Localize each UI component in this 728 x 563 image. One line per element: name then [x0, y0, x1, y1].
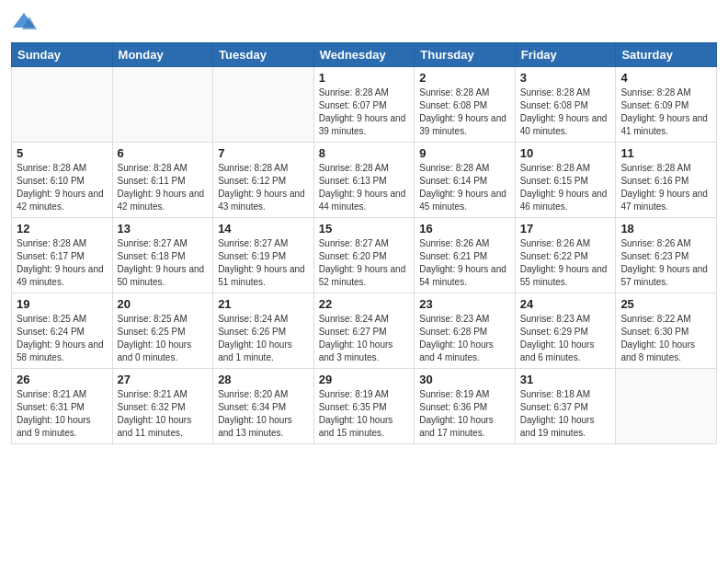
day-cell-25: 25Sunrise: 8:22 AM Sunset: 6:30 PM Dayli…: [616, 293, 717, 369]
day-info: Sunrise: 8:25 AM Sunset: 6:24 PM Dayligh…: [17, 313, 108, 364]
day-info: Sunrise: 8:21 AM Sunset: 6:32 PM Dayligh…: [118, 388, 209, 440]
day-cell-8: 8Sunrise: 8:28 AM Sunset: 6:13 PM Daylig…: [313, 143, 415, 218]
day-cell-19: 19Sunrise: 8:25 AM Sunset: 6:24 PM Dayli…: [12, 293, 113, 369]
day-info: Sunrise: 8:20 AM Sunset: 6:34 PM Dayligh…: [218, 388, 309, 440]
weekday-thursday: Thursday: [415, 43, 516, 67]
day-cell-6: 6Sunrise: 8:28 AM Sunset: 6:11 PM Daylig…: [112, 143, 213, 218]
day-number: 12: [17, 222, 108, 236]
day-number: 10: [520, 146, 611, 160]
day-info: Sunrise: 8:26 AM Sunset: 6:23 PM Dayligh…: [620, 237, 711, 289]
day-cell-2: 2Sunrise: 8:28 AM Sunset: 6:08 PM Daylig…: [415, 67, 516, 143]
day-cell-3: 3Sunrise: 8:28 AM Sunset: 6:08 PM Daylig…: [515, 67, 616, 143]
day-number: 4: [620, 71, 711, 85]
day-number: 5: [17, 146, 108, 160]
day-cell-15: 15Sunrise: 8:27 AM Sunset: 6:20 PM Dayli…: [313, 218, 415, 293]
empty-cell: [616, 369, 717, 444]
day-cell-1: 1Sunrise: 8:28 AM Sunset: 6:07 PM Daylig…: [313, 67, 415, 143]
day-cell-10: 10Sunrise: 8:28 AM Sunset: 6:15 PM Dayli…: [515, 143, 616, 218]
day-info: Sunrise: 8:24 AM Sunset: 6:27 PM Dayligh…: [319, 313, 410, 364]
day-number: 20: [118, 297, 209, 311]
day-number: 3: [520, 71, 611, 85]
day-cell-24: 24Sunrise: 8:23 AM Sunset: 6:29 PM Dayli…: [515, 293, 616, 369]
day-cell-7: 7Sunrise: 8:28 AM Sunset: 6:12 PM Daylig…: [213, 143, 314, 218]
day-cell-29: 29Sunrise: 8:19 AM Sunset: 6:35 PM Dayli…: [313, 369, 415, 444]
day-cell-23: 23Sunrise: 8:23 AM Sunset: 6:28 PM Dayli…: [415, 293, 516, 369]
day-number: 17: [520, 222, 611, 236]
day-cell-11: 11Sunrise: 8:28 AM Sunset: 6:16 PM Dayli…: [616, 143, 717, 218]
day-cell-26: 26Sunrise: 8:21 AM Sunset: 6:31 PM Dayli…: [12, 369, 113, 444]
day-number: 25: [620, 297, 711, 311]
logo-icon: [11, 9, 37, 35]
day-info: Sunrise: 8:19 AM Sunset: 6:35 PM Dayligh…: [319, 388, 410, 440]
empty-cell: [213, 67, 314, 143]
day-cell-5: 5Sunrise: 8:28 AM Sunset: 6:10 PM Daylig…: [12, 143, 113, 218]
day-info: Sunrise: 8:28 AM Sunset: 6:11 PM Dayligh…: [118, 162, 209, 213]
day-info: Sunrise: 8:28 AM Sunset: 6:15 PM Dayligh…: [520, 162, 611, 213]
day-cell-16: 16Sunrise: 8:26 AM Sunset: 6:21 PM Dayli…: [415, 218, 516, 293]
day-info: Sunrise: 8:28 AM Sunset: 6:08 PM Dayligh…: [419, 86, 510, 138]
week-row-1: 5Sunrise: 8:28 AM Sunset: 6:10 PM Daylig…: [12, 143, 717, 218]
day-number: 6: [118, 146, 209, 160]
day-info: Sunrise: 8:28 AM Sunset: 6:10 PM Dayligh…: [17, 162, 108, 213]
day-number: 31: [520, 373, 611, 386]
weekday-tuesday: Tuesday: [213, 43, 314, 67]
day-cell-21: 21Sunrise: 8:24 AM Sunset: 6:26 PM Dayli…: [213, 293, 314, 369]
day-number: 2: [419, 71, 510, 85]
week-row-4: 26Sunrise: 8:21 AM Sunset: 6:31 PM Dayli…: [12, 369, 717, 444]
day-cell-18: 18Sunrise: 8:26 AM Sunset: 6:23 PM Dayli…: [616, 218, 717, 293]
day-number: 7: [218, 146, 309, 160]
day-number: 1: [319, 71, 410, 85]
day-info: Sunrise: 8:26 AM Sunset: 6:22 PM Dayligh…: [520, 237, 611, 289]
day-cell-28: 28Sunrise: 8:20 AM Sunset: 6:34 PM Dayli…: [213, 369, 314, 444]
calendar: SundayMondayTuesdayWednesdayThursdayFrid…: [11, 42, 717, 444]
day-cell-30: 30Sunrise: 8:19 AM Sunset: 6:36 PM Dayli…: [415, 369, 516, 444]
day-number: 16: [419, 222, 510, 236]
day-number: 18: [620, 222, 711, 236]
header: [11, 9, 717, 35]
day-cell-9: 9Sunrise: 8:28 AM Sunset: 6:14 PM Daylig…: [415, 143, 516, 218]
day-number: 24: [520, 297, 611, 311]
day-cell-4: 4Sunrise: 8:28 AM Sunset: 6:09 PM Daylig…: [616, 67, 717, 143]
day-number: 8: [319, 146, 410, 160]
day-cell-22: 22Sunrise: 8:24 AM Sunset: 6:27 PM Dayli…: [313, 293, 415, 369]
weekday-saturday: Saturday: [616, 43, 717, 67]
day-cell-12: 12Sunrise: 8:28 AM Sunset: 6:17 PM Dayli…: [12, 218, 113, 293]
day-number: 19: [17, 297, 108, 311]
weekday-monday: Monday: [112, 43, 213, 67]
day-info: Sunrise: 8:28 AM Sunset: 6:07 PM Dayligh…: [319, 86, 410, 138]
day-info: Sunrise: 8:18 AM Sunset: 6:37 PM Dayligh…: [520, 388, 611, 440]
day-number: 30: [419, 373, 510, 386]
day-info: Sunrise: 8:19 AM Sunset: 6:36 PM Dayligh…: [419, 388, 510, 440]
page: SundayMondayTuesdayWednesdayThursdayFrid…: [0, 0, 728, 563]
day-number: 11: [620, 146, 711, 160]
day-info: Sunrise: 8:27 AM Sunset: 6:18 PM Dayligh…: [118, 237, 209, 289]
weekday-wednesday: Wednesday: [313, 43, 415, 67]
day-info: Sunrise: 8:26 AM Sunset: 6:21 PM Dayligh…: [419, 237, 510, 289]
day-number: 23: [419, 297, 510, 311]
empty-cell: [112, 67, 213, 143]
day-info: Sunrise: 8:23 AM Sunset: 6:28 PM Dayligh…: [419, 313, 510, 364]
day-info: Sunrise: 8:28 AM Sunset: 6:13 PM Dayligh…: [319, 162, 410, 213]
day-cell-17: 17Sunrise: 8:26 AM Sunset: 6:22 PM Dayli…: [515, 218, 616, 293]
day-info: Sunrise: 8:28 AM Sunset: 6:08 PM Dayligh…: [520, 86, 611, 138]
day-info: Sunrise: 8:28 AM Sunset: 6:12 PM Dayligh…: [218, 162, 309, 213]
day-number: 13: [118, 222, 209, 236]
day-info: Sunrise: 8:28 AM Sunset: 6:17 PM Dayligh…: [17, 237, 108, 289]
day-info: Sunrise: 8:28 AM Sunset: 6:09 PM Dayligh…: [620, 86, 711, 138]
day-info: Sunrise: 8:23 AM Sunset: 6:29 PM Dayligh…: [520, 313, 611, 364]
day-cell-14: 14Sunrise: 8:27 AM Sunset: 6:19 PM Dayli…: [213, 218, 314, 293]
weekday-header-row: SundayMondayTuesdayWednesdayThursdayFrid…: [12, 43, 717, 67]
day-info: Sunrise: 8:28 AM Sunset: 6:16 PM Dayligh…: [620, 162, 711, 213]
day-number: 27: [118, 373, 209, 386]
day-number: 29: [319, 373, 410, 386]
day-cell-27: 27Sunrise: 8:21 AM Sunset: 6:32 PM Dayli…: [112, 369, 213, 444]
day-number: 22: [319, 297, 410, 311]
weekday-sunday: Sunday: [12, 43, 113, 67]
empty-cell: [12, 67, 113, 143]
day-cell-20: 20Sunrise: 8:25 AM Sunset: 6:25 PM Dayli…: [112, 293, 213, 369]
day-number: 28: [218, 373, 309, 386]
day-info: Sunrise: 8:28 AM Sunset: 6:14 PM Dayligh…: [419, 162, 510, 213]
week-row-2: 12Sunrise: 8:28 AM Sunset: 6:17 PM Dayli…: [12, 218, 717, 293]
day-number: 14: [218, 222, 309, 236]
day-info: Sunrise: 8:27 AM Sunset: 6:20 PM Dayligh…: [319, 237, 410, 289]
